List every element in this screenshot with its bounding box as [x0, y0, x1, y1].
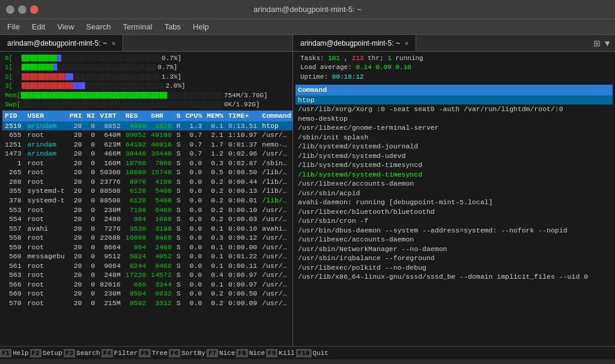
table-row[interactable]: /usr/libexec/accounts-daemon [295, 235, 613, 244]
table-row[interactable]: /usr/lib/xorg/Xorg :0 -seat seat0 -auth … [295, 105, 613, 114]
left-tab-close[interactable]: × [112, 40, 115, 47]
right-tab-strip: arindam@debugpoint-mint-5: ~ × ⊞ ▼ [293, 35, 615, 52]
table-row[interactable]: /usr/sbin/acpid [295, 189, 613, 198]
tab-open-button[interactable]: ⊞ [593, 38, 601, 48]
uptime-line: Uptime: 00:18:12 [300, 73, 610, 82]
f10-key[interactable]: F10 [296, 349, 312, 357]
f1-key[interactable]: F1 [0, 349, 11, 357]
table-row[interactable]: /lib/systemd/systemd-timesyncd [295, 160, 613, 170]
f2-label: Setup [41, 350, 64, 357]
table-row[interactable]: /usr/bin/dbus-daemon --system --address=… [295, 226, 613, 235]
table-row[interactable]: 570 root 20 0 215M 8592 3312 S 0.0 0.2 0… [2, 299, 292, 308]
f3-key[interactable]: F3 [64, 349, 75, 357]
table-row[interactable]: 1 root 20 0 160M 10760 7800 S 0.0 0.3 0:… [2, 159, 292, 168]
f2-key[interactable]: F2 [30, 349, 41, 357]
right-terminal-pane: arindam@debugpoint-mint-5: ~ × ⊞ ▼ Tasks… [293, 35, 615, 346]
table-row[interactable]: /sbin/init splash [295, 133, 613, 142]
table-row[interactable]: nemo-desktop [295, 114, 613, 124]
table-row[interactable]: 566 root 20 0 82616 660 3344 S 0.0 0.1 0… [2, 280, 292, 290]
main-content: arindam@debugpoint-mint-5: ~ × 0[ ██████… [0, 35, 615, 346]
table-row[interactable]: 553 root 20 0 230M 7188 6468 S 0.0 0.2 0… [2, 205, 292, 215]
window-title: arindam@debugpoint-mint-5: ~ [42, 5, 573, 14]
left-tab[interactable]: arindam@debugpoint-mint-5: ~ × [0, 35, 123, 51]
f6-label: SortBy [180, 350, 207, 357]
f5-label: Tree [151, 350, 169, 357]
table-row[interactable]: 655 root 20 0 640M 80052 49180 S 0.7 2.1… [2, 130, 292, 140]
f10-label: Quit [312, 350, 330, 357]
table-row[interactable]: 1251 arindam 20 0 623M 64192 40916 S 0.7… [2, 140, 292, 150]
table-row[interactable]: 558 root 20 0 22688 10668 9468 S 0.0 0.3… [2, 233, 292, 243]
function-bar: F1Help F2Setup F3Search F4Filter F5Tree … [0, 346, 615, 359]
right-terminal-content: Tasks: 101 , 213 thr; 1 running Load ave… [293, 52, 615, 346]
f4-label: Filter [113, 350, 139, 357]
load-line: Load average: 0.14 0.09 0.10 [300, 63, 610, 72]
table-row[interactable]: /usr/libexec/polkitd --no-debug [295, 263, 613, 273]
table-row[interactable]: 554 root 20 0 2480 984 1660 S 0.0 0.2 0:… [2, 214, 292, 224]
left-tab-strip: arindam@debugpoint-mint-5: ~ × [0, 35, 292, 52]
f3-label: Search [75, 350, 101, 357]
table-row[interactable]: 1473 arindam 20 0 466M 38448 35448 S 0.7… [2, 149, 292, 159]
f7-label: Nice [218, 350, 236, 357]
menu-help[interactable]: Help [190, 21, 211, 32]
table-row[interactable]: 560 messagebu 20 0 9512 5824 4052 S 0.0 … [2, 252, 292, 261]
table-row[interactable]: 561 root 20 0 9084 8244 6468 S 0.0 0.1 0… [2, 261, 292, 271]
f8-key[interactable]: F8 [236, 349, 247, 357]
table-row[interactable]: 288 root 20 0 23776 8976 4108 S 0.0 0.2 … [2, 177, 292, 187]
left-terminal-content: 0[ █████████ █ ░░░░░░░░░░░░░░░░░░░░░░░░░… [0, 52, 292, 346]
menu-tabs[interactable]: Tabs [162, 21, 183, 32]
table-row[interactable]: /usr/libexec/accounts-daemon [295, 179, 613, 189]
table-row[interactable]: 569 root 20 0 230M 9504 6632 S 0.0 0.2 0… [2, 289, 292, 299]
minimize-button[interactable] [6, 5, 14, 14]
cpu1-meter: 1[ ████████ █ ░░░░░░░░░░░░░░░░░░░░░░░░░ … [5, 63, 288, 72]
cpu0-meter: 0[ █████████ █ ░░░░░░░░░░░░░░░░░░░░░░░░░… [5, 54, 288, 63]
mem-meter: Mem[ ███████████████████████████████████… [5, 91, 288, 100]
table-row[interactable]: /usr/sbin/NetworkManager --no-daemon [295, 244, 613, 254]
table-row[interactable]: /usr/sbin/irqbalance --foreground [295, 253, 613, 263]
table-row[interactable]: 355 systemd-t 20 0 88508 6120 5400 S 0.0… [2, 186, 292, 196]
table-row[interactable]: /usr/libexec/gnome-terminal-server [295, 123, 613, 133]
table-row[interactable]: /usr/sbin/cron -f [295, 216, 613, 226]
cpu-meters: 0[ █████████ █ ░░░░░░░░░░░░░░░░░░░░░░░░░… [2, 53, 290, 111]
table-row[interactable]: avahi-daemon: running [debugpoint-mint-5… [295, 198, 613, 207]
f6-key[interactable]: F6 [169, 349, 180, 357]
task-stats: Tasks: 101 , 213 thr; 1 running Load ave… [295, 53, 613, 85]
tasks-line: Tasks: 101 , 213 thr; 1 running [300, 54, 610, 63]
table-row[interactable]: /usr/lib/x86_64-linux-gnu/sssd/sssd_be -… [295, 272, 613, 282]
f4-key[interactable]: F4 [101, 349, 113, 357]
cpu3-meter: 3[ █████████████ ███ ░░░░░░░░░░░░░░░░░░░… [5, 82, 288, 91]
f5-key[interactable]: F5 [139, 349, 150, 357]
right-tab-close[interactable]: × [405, 40, 408, 47]
table-row[interactable]: /lib/systemd/systemd-timesyncd [295, 170, 613, 180]
table-row[interactable]: 557 avahi 20 0 7276 3536 3188 S 0.0 0.1 … [2, 224, 292, 234]
close-button[interactable] [30, 5, 38, 14]
table-row[interactable]: 2519 arindam 20 0 8852 4960 3528 R 1.3 0… [2, 121, 292, 131]
table-row[interactable]: 378 systemd-t 20 0 88508 6120 5400 S 0.0… [2, 196, 292, 205]
title-bar: arindam@debugpoint-mint-5: ~ [0, 0, 615, 19]
table-row[interactable]: 265 root 20 0 50360 18880 15748 S 0.0 0.… [2, 168, 292, 177]
right-tab-label: arindam@debugpoint-mint-5: ~ [300, 39, 400, 47]
left-tab-label: arindam@debugpoint-mint-5: ~ [7, 39, 107, 47]
table-row[interactable]: /lib/systemd/systemd-udevd [295, 151, 613, 161]
table-row[interactable]: /lib/systemd/systemd-journald [295, 142, 613, 151]
menu-search[interactable]: Search [83, 21, 113, 32]
f7-key[interactable]: F7 [207, 349, 218, 357]
table-row[interactable]: /usr/libexec/bluetooth/bluetoothd [295, 207, 613, 217]
menu-view[interactable]: View [55, 21, 76, 32]
table-row[interactable]: 559 root 20 0 8664 664 2460 S 0.0 0.1 0:… [2, 243, 292, 252]
process-table-header: PID USER PRI NI VIRT RES SHR S CPU% MEM%… [2, 111, 292, 121]
cpu2-meter: 2[ ███████████ ██ ░░░░░░░░░░░░░░░░░░░░░░… [5, 73, 288, 82]
maximize-button[interactable] [18, 5, 26, 14]
menu-terminal[interactable]: Terminal [121, 21, 155, 32]
menu-edit[interactable]: Edit [29, 21, 47, 32]
tab-menu-button[interactable]: ▼ [603, 38, 611, 48]
f1-label: Help [11, 350, 29, 357]
right-tab[interactable]: arindam@debugpoint-mint-5: ~ × [293, 35, 416, 51]
right-process-header: Command [295, 85, 613, 96]
process-table: PID USER PRI NI VIRT RES SHR S CPU% MEM%… [2, 111, 292, 308]
menu-bar: File Edit View Search Terminal Tabs Help [0, 19, 615, 35]
tab-controls: ⊞ ▼ [590, 35, 615, 51]
menu-file[interactable]: File [5, 21, 22, 32]
table-row[interactable]: htop [295, 96, 613, 105]
f9-key[interactable]: F9 [266, 349, 277, 357]
table-row[interactable]: 563 root 20 0 248M 17220 14572 S 0.0 0.4… [2, 270, 292, 280]
